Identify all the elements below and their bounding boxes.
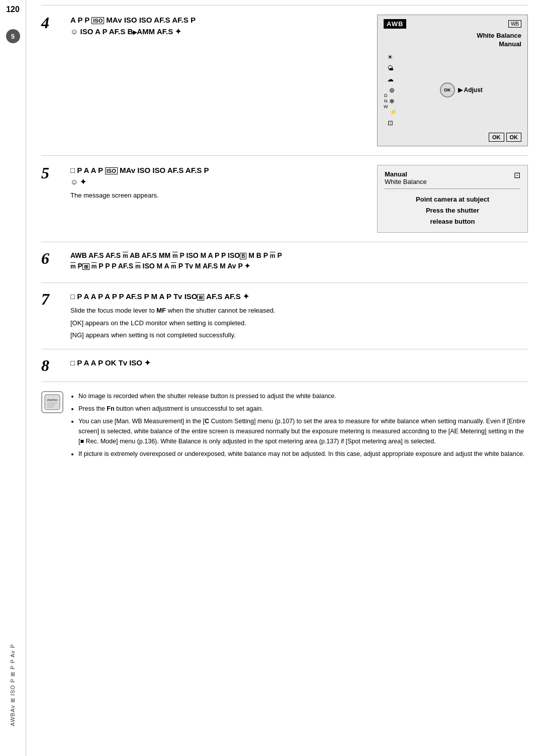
- sidebar-text: AWBAv ⊞ ISO P ⊞ P P Av P: [9, 644, 16, 726]
- svg-text:memo: memo: [47, 398, 58, 402]
- fn-bold: Fn: [107, 405, 114, 412]
- step-7-row: 7 □ P A A P A P P AF.S P M A P Tv ISO⊞ A…: [41, 282, 528, 349]
- step-4-number: 4: [41, 15, 60, 31]
- sidebar: 120 5 AWBAv ⊞ ISO P ⊞ P P Av P: [0, 0, 26, 756]
- manual-title-line2: White Balance: [385, 178, 427, 185]
- memo-list: No image is recorded when the shutter re…: [78, 391, 528, 459]
- memo-item-4: If picture is extremely overexposed or u…: [78, 449, 528, 459]
- mf-bold: MF: [156, 307, 166, 314]
- step-7-body-line1: Slide the focus mode lever to MF when th…: [70, 306, 528, 316]
- step-6-content: AWB AF.S AF.S m AB AF.S MM m P ISO M A P…: [70, 250, 528, 274]
- sidebar-circle: 5: [6, 29, 20, 43]
- step-7-body-line2: [OK] appears on the LCD monitor when set…: [70, 318, 528, 329]
- adjust-label: ▶ Adjust: [458, 86, 483, 93]
- camera-ui-header: AWB WB: [384, 19, 521, 29]
- step-6-row: 6 AWB AF.S AF.S m AB AF.S MM m P ISO M A…: [41, 242, 528, 282]
- step-5-content: □ P A A P ISO MAv ISO ISO AF.S AF.S P ☺ …: [70, 165, 367, 201]
- manual-wb-box: Manual White Balance ⊡ Point camera at s…: [377, 165, 528, 233]
- step-4-camera-ui: AWB WB White Balance Manual ☀ 🌤: [377, 15, 528, 146]
- ok-button-circle[interactable]: OK: [440, 82, 455, 98]
- step-4-title: A P P ISO MAv ISO ISO AF.S AF.S P ☺ ISO …: [70, 15, 367, 37]
- step-7-number: 7: [41, 291, 60, 307]
- step-6-title: AWB AF.S AF.S m AB AF.S MM m P ISO M A P…: [70, 250, 528, 271]
- step-4-row: 4 A P P ISO MAv ISO ISO AF.S AF.S P ☺ IS…: [41, 5, 528, 155]
- step-5-manual-wb: Manual White Balance ⊡ Point camera at s…: [377, 165, 528, 233]
- wb-badge: WB: [508, 20, 521, 28]
- manual-title-line1: Manual: [385, 170, 427, 178]
- step-7-title: □ P A A P A P P AF.S P M A P Tv ISO⊞ AF.…: [70, 291, 528, 303]
- step-5-body: The message screen appears.: [70, 191, 367, 201]
- wb-title: White Balance Manual: [477, 32, 521, 49]
- manual-wb-header: Manual White Balance ⊡: [385, 170, 520, 189]
- manual-wb-body: Point camera at subject Press the shutte…: [385, 194, 520, 227]
- step-7-body-line3: [NG] appears when setting is not complet…: [70, 330, 528, 341]
- step-8-title: □ P A A P OK Tv ISO ✦: [70, 357, 528, 369]
- memo-section: memo No image is recorded when the shutt…: [41, 382, 528, 466]
- memo-item-3: You can use [Man. WB Measurement] in the…: [78, 416, 528, 446]
- camera-ui-box: AWB WB White Balance Manual ☀ 🌤: [377, 15, 528, 146]
- manual-wb-titles: Manual White Balance: [385, 170, 427, 185]
- wb-icon-cloud: ☁: [387, 75, 394, 84]
- memo-icon: memo: [41, 391, 63, 413]
- manual-wb-line3: release button: [385, 216, 520, 227]
- page-number: 120: [6, 0, 20, 19]
- camera-ui-footer: OK OK: [384, 133, 521, 142]
- step-8-row: 8 □ P A A P OK Tv ISO ✦: [41, 349, 528, 382]
- step-8-number: 8: [41, 357, 60, 373]
- manual-wb-line1: Point camera at subject: [385, 194, 520, 205]
- step-4-content: A P P ISO MAv ISO ISO AF.S AF.S P ☺ ISO …: [70, 15, 367, 40]
- step-5-row: 5 □ P A A P ISO MAv ISO ISO AF.S AF.S P …: [41, 155, 528, 242]
- manual-wb-icon: ⊡: [514, 170, 520, 180]
- wb-icons-col: ☀ 🌤 ☁ DNW ⊛ ❄ ⚡ ⊡: [384, 53, 397, 128]
- ok-circle-label: OK: [444, 87, 451, 92]
- step-5-number: 5: [41, 165, 60, 181]
- wb-icon-fluorescent: ❄: [389, 97, 397, 106]
- memo-svg-icon: memo: [43, 393, 61, 411]
- c-bold: C: [205, 418, 209, 425]
- manual-wb-line2: Press the shutter: [385, 205, 520, 216]
- step-7-body: Slide the focus mode lever to MF when th…: [70, 306, 528, 341]
- step-7-content: □ P A A P A P P AF.S P M A P Tv ISO⊞ AF.…: [70, 291, 528, 341]
- dnw-label: DNW: [384, 93, 388, 109]
- ok-btn-2[interactable]: OK: [506, 133, 522, 142]
- awb-badge: AWB: [384, 19, 406, 29]
- step-5-title: □ P A A P ISO MAv ISO ISO AF.S AF.S P ☺ …: [70, 165, 367, 187]
- rec-bold: ■: [80, 438, 84, 445]
- wb-icon-cloud-sun: 🌤: [387, 64, 394, 73]
- step-8-content: □ P A A P OK Tv ISO ✦: [70, 357, 528, 372]
- wb-icon-flash: ⚡: [389, 108, 397, 117]
- step-6-number: 6: [41, 250, 60, 266]
- memo-item-2: Press the Fn button when adjustment is u…: [78, 404, 528, 414]
- wb-icon-tungsten: ⊛: [389, 86, 397, 95]
- main-content: 4 A P P ISO MAv ISO ISO AF.S AF.S P ☺ IS…: [26, 0, 543, 482]
- wb-icon-sun: ☀: [387, 53, 393, 62]
- memo-content: No image is recorded when the shutter re…: [70, 391, 528, 461]
- memo-item-1: No image is recorded when the shutter re…: [78, 391, 528, 401]
- camera-ui-body: ☀ 🌤 ☁ DNW ⊛ ❄ ⚡ ⊡: [384, 51, 521, 130]
- ok-btn-1[interactable]: OK: [489, 133, 504, 142]
- wb-icon-custom: ⊡: [388, 119, 393, 128]
